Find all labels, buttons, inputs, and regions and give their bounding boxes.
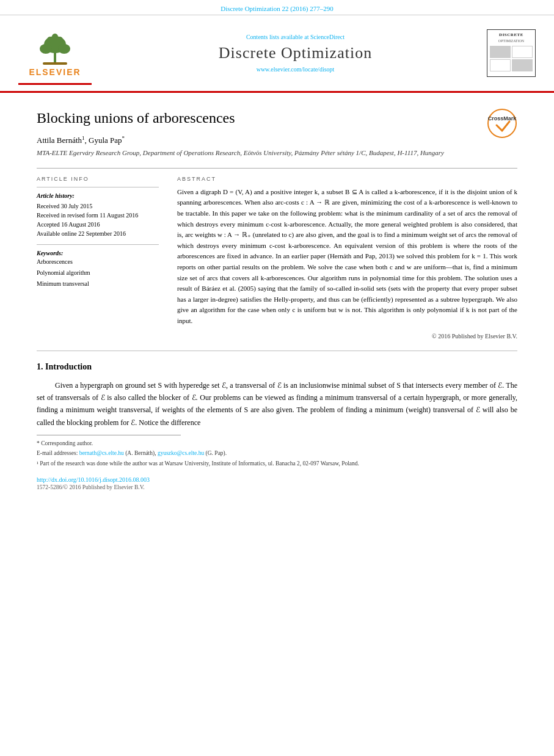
keywords-title: Keywords:: [37, 250, 159, 256]
abstract-copyright: © 2016 Published by Elsevier B.V.: [177, 333, 517, 340]
svg-rect-7: [43, 62, 67, 65]
two-column-layout: ARTICLE INFO Article history: Received 3…: [37, 176, 517, 340]
keyword-2: Polynomial algorithm: [37, 267, 159, 278]
footnote-note1: ¹ Part of the research was done while th…: [37, 459, 517, 468]
elsevier-tree-icon: [24, 27, 86, 67]
info-divider-1: [37, 187, 159, 187]
affiliation: MTA-ELTE Egerváry Research Group, Depart…: [37, 148, 517, 158]
article-title: Blocking unions of arborescences: [37, 110, 517, 126]
header-divider: [37, 168, 517, 169]
issn-line: 1572-5286/© 2016 Published by Elsevier B…: [37, 484, 517, 490]
abstract-header: ABSTRACT: [177, 176, 517, 182]
online-date: Available online 22 September 2016: [37, 229, 159, 238]
keywords-section: Keywords: Arborescences Polynomial algor…: [37, 250, 159, 289]
info-divider-2: [37, 244, 159, 245]
logo-grid-cell-4: [512, 59, 533, 71]
received-date: Received 30 July 2015: [37, 202, 159, 211]
intro-paragraph: Given a hypergraph on ground set S with …: [37, 379, 517, 429]
content-area: CrossMark Blocking unions of arborescenc…: [0, 93, 554, 503]
footnote-divider: [37, 435, 181, 435]
article-info-column: ARTICLE INFO Article history: Received 3…: [37, 176, 159, 340]
svg-point-6: [52, 34, 58, 40]
keyword-3: Minimum transversal: [37, 278, 159, 289]
svg-text:CrossMark: CrossMark: [488, 115, 517, 122]
accepted-date: Accepted 16 August 2016: [37, 220, 159, 229]
journal-title: Discrete Optimization: [104, 44, 487, 62]
footnote-emails: E-mail addresses: bernath@cs.elte.hu (A.…: [37, 449, 517, 457]
authors-line: Attila Bernáth1, Gyula Pap*: [37, 135, 517, 145]
svg-point-3: [58, 44, 70, 54]
article-history-title: Article history:: [37, 192, 159, 199]
elsevier-wordmark: ELSEVIER: [29, 67, 81, 77]
logo-grid-cell-1: [490, 46, 511, 58]
journal-citation: Discrete Optimization 22 (2016) 277–290: [0, 0, 554, 15]
sciencedirect-link-text[interactable]: ScienceDirect: [310, 34, 344, 40]
email2-link[interactable]: gyuszko@cs.elte.hu: [158, 450, 204, 456]
email1-author: (A. Bernáth),: [125, 450, 156, 456]
keyword-1: Arborescences: [37, 256, 159, 267]
email2-author: (G. Pap).: [206, 450, 227, 456]
footnote-corresponding: * Corresponding author.: [37, 439, 517, 448]
keywords-list: Arborescences Polynomial algorithm Minim…: [37, 256, 159, 289]
intro-heading: 1. Introduction: [37, 362, 517, 372]
author1: Attila Bernáth1, Gyula Pap*: [37, 136, 125, 145]
corresponding-label: * Corresponding author.: [37, 440, 93, 446]
logo-grid-cell-2: [512, 46, 533, 58]
email-label: E-mail addresses:: [37, 450, 78, 456]
crossmark-icon: CrossMark: [487, 108, 517, 139]
journal-url[interactable]: www.elsevier.com/locate/disopt: [104, 66, 487, 73]
footnote-1-text: ¹ Part of the research was done while th…: [37, 460, 359, 467]
elsevier-logo: ELSEVIER: [18, 21, 92, 85]
abstract-text: Given a digraph D = (V, A) and a positiv…: [177, 187, 517, 327]
section-divider: [37, 351, 517, 351]
article-history: Received 30 July 2015 Received in revise…: [37, 202, 159, 238]
journal-logo-box: DISCRETE OPTIMIZATION: [487, 29, 536, 77]
svg-rect-0: [54, 52, 56, 63]
email1-link[interactable]: bernath@cs.elte.hu: [79, 450, 124, 456]
journal-center-info: Contents lists available at ScienceDirec…: [104, 34, 487, 73]
doi-section: http://dx.doi.org/10.1016/j.disopt.2016.…: [37, 476, 517, 483]
revised-date: Received in revised form 11 August 2016: [37, 211, 159, 220]
logo-subtitle: OPTIMIZATION: [490, 38, 533, 43]
doi-link[interactable]: http://dx.doi.org/10.1016/j.disopt.2016.…: [37, 476, 150, 483]
logo-title: DISCRETE: [490, 32, 533, 38]
citation-text: Discrete Optimization 22 (2016) 277–290: [221, 5, 333, 12]
logo-grid: [490, 46, 533, 71]
crossmark-badge: CrossMark: [487, 108, 517, 141]
logo-grid-cell-3: [490, 59, 511, 71]
article-info-header: ARTICLE INFO: [37, 176, 159, 182]
journal-header: ELSEVIER Contents lists available at Sci…: [0, 15, 554, 93]
sciencedirect-line: Contents lists available at ScienceDirec…: [104, 34, 487, 40]
svg-point-2: [40, 44, 52, 54]
abstract-section: ABSTRACT Given a digraph D = (V, A) and …: [177, 176, 517, 340]
